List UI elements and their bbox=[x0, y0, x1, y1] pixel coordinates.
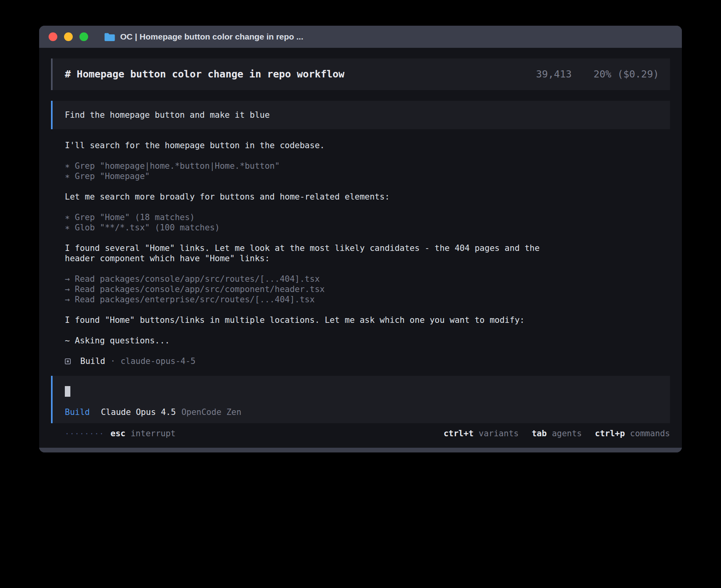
status-right: ctrl+t variants tab agents ctrl+p comman… bbox=[444, 428, 670, 439]
assistant-paragraph: I found "Home" buttons/links in multiple… bbox=[65, 315, 670, 325]
agent-status-line: Build · claude-opus-4-5 bbox=[65, 356, 670, 366]
agent-model: claude-opus-4-5 bbox=[121, 356, 196, 366]
traffic-lights bbox=[49, 32, 88, 41]
tool-calls: ∗ Grep "Home" (18 matches) ∗ Glob "**/*.… bbox=[65, 212, 670, 233]
keybind-hint-commands: ctrl+p commands bbox=[595, 428, 670, 439]
window-title-group: OC | Homepage button color change in rep… bbox=[104, 32, 303, 41]
assistant-text: I found several "Home" links. Let me loo… bbox=[65, 243, 565, 264]
status-bar: ········ esc interrupt ctrl+t variants t… bbox=[51, 428, 670, 439]
input-footer: Build Claude Opus 4.5 OpenCode Zen bbox=[65, 407, 659, 417]
keybind-key: ctrl+p bbox=[595, 428, 625, 439]
assistant-status: ~ Asking questions... bbox=[65, 335, 670, 346]
tool-call: ∗ Grep "Home" (18 matches) bbox=[65, 212, 670, 222]
text-cursor bbox=[65, 386, 70, 397]
tool-calls: ∗ Grep "homepage|home.*button|Home.*butt… bbox=[65, 161, 670, 181]
terminal-content: # Homepage button color change in repo w… bbox=[39, 48, 682, 448]
minimize-button[interactable] bbox=[64, 32, 73, 41]
assistant-paragraph: I found several "Home" links. Let me loo… bbox=[65, 243, 670, 264]
esc-key-hint: esc bbox=[111, 428, 126, 439]
user-message-text: Find the homepage button and make it blu… bbox=[65, 110, 270, 120]
assistant-text: Let me search more broadly for buttons a… bbox=[65, 192, 565, 202]
close-button[interactable] bbox=[49, 32, 57, 41]
keybind-hint-agents: tab agents bbox=[532, 428, 582, 439]
terminal-window: OC | Homepage button color change in rep… bbox=[39, 26, 682, 452]
input-provider: OpenCode Zen bbox=[181, 407, 242, 417]
keybind-hint-variants: ctrl+t variants bbox=[444, 428, 519, 439]
tool-calls: → Read packages/console/app/src/routes/[… bbox=[65, 274, 670, 305]
maximize-button[interactable] bbox=[79, 32, 88, 41]
agent-name: Build bbox=[80, 356, 105, 366]
prompt-input[interactable]: Build Claude Opus 4.5 OpenCode Zen bbox=[51, 376, 670, 423]
session-stats: 39,413 20% ($0.29) bbox=[536, 68, 659, 80]
agent-separator: · bbox=[110, 356, 115, 366]
context-cost: 20% ($0.29) bbox=[593, 68, 659, 80]
session-header: # Homepage button color change in repo w… bbox=[51, 58, 670, 90]
status-left: ········ esc interrupt bbox=[65, 428, 176, 439]
window-title: OC | Homepage button color change in rep… bbox=[120, 32, 303, 41]
session-title: # Homepage button color change in repo w… bbox=[65, 68, 344, 80]
assistant-text: I found "Home" buttons/links in multiple… bbox=[65, 315, 565, 325]
titlebar[interactable]: OC | Homepage button color change in rep… bbox=[39, 26, 682, 48]
keybind-label: commands bbox=[630, 428, 670, 439]
read-call: → Read packages/console/app/src/routes/[… bbox=[65, 274, 670, 284]
token-count: 39,413 bbox=[536, 68, 572, 80]
square-dot-icon bbox=[65, 358, 71, 364]
window-bottom-edge bbox=[39, 448, 682, 452]
read-call: → Read packages/console/app/src/componen… bbox=[65, 284, 670, 294]
dots-spinner: ········ bbox=[65, 428, 104, 439]
read-call: → Read packages/enterprise/src/routes/[.… bbox=[65, 294, 670, 305]
assistant-paragraph: Let me search more broadly for buttons a… bbox=[65, 192, 670, 202]
asking-questions-status: ~ Asking questions... bbox=[65, 335, 565, 346]
input-mode-badge[interactable]: Build bbox=[65, 407, 90, 417]
keybind-key: ctrl+t bbox=[444, 428, 474, 439]
keybind-key: tab bbox=[532, 428, 547, 439]
tool-call: ∗ Grep "Homepage" bbox=[65, 171, 670, 181]
folder-icon bbox=[104, 32, 115, 41]
user-message: Find the homepage button and make it blu… bbox=[51, 101, 670, 129]
keybind-label: variants bbox=[479, 428, 519, 439]
keybind-label: agents bbox=[552, 428, 582, 439]
transcript: I'll search for the homepage button in t… bbox=[51, 140, 670, 366]
input-model: Claude Opus 4.5 bbox=[101, 407, 176, 417]
tool-call: ∗ Grep "homepage|home.*button|Home.*butt… bbox=[65, 161, 670, 171]
assistant-paragraph: I'll search for the homepage button in t… bbox=[65, 140, 670, 151]
assistant-text: I'll search for the homepage button in t… bbox=[65, 140, 565, 151]
esc-key-label: interrupt bbox=[130, 428, 176, 439]
tool-call: ∗ Glob "**/*.tsx" (100 matches) bbox=[65, 222, 670, 233]
